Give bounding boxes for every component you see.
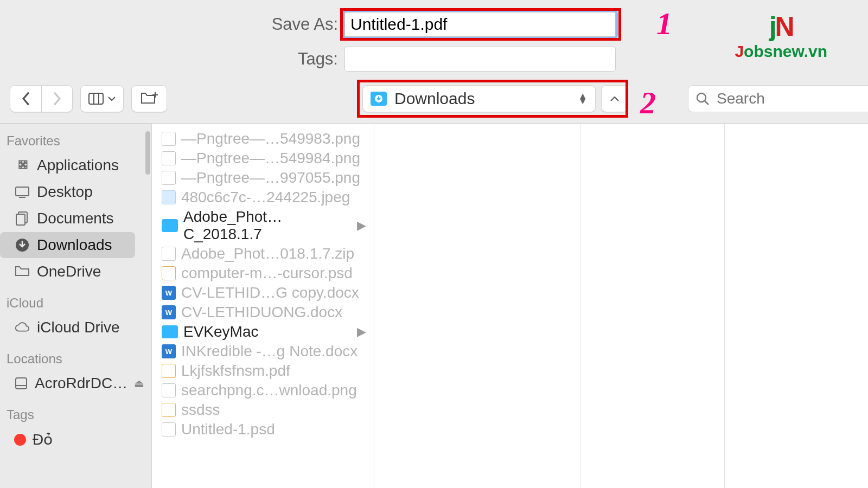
file-row[interactable]: —Pngtree—…997055.png (152, 168, 374, 188)
folder-icon (162, 219, 178, 232)
generic-icon (162, 422, 176, 436)
sidebar-section-favorites: Favorites (0, 130, 151, 152)
file-column-empty-1 (374, 124, 580, 488)
file-name: —Pngtree—…549984.png (181, 150, 360, 167)
svg-rect-8 (16, 187, 29, 196)
pdf-icon (162, 403, 176, 417)
sidebar-tag-item[interactable]: Đỏ (0, 426, 135, 453)
file-row[interactable]: Adobe_Phot…C_2018.1.7▶ (152, 207, 374, 244)
location-dropdown[interactable]: Downloads ▲▼ (362, 85, 596, 112)
img-icon (162, 171, 176, 185)
chevron-right-icon: ▶ (357, 219, 366, 233)
file-row[interactable]: WINKredible -…g Note.docx (152, 342, 374, 361)
new-folder-icon (141, 92, 158, 105)
jpeg-icon (162, 190, 176, 204)
cloud-icon (14, 322, 30, 333)
sidebar-item-cloud[interactable]: iCloud Drive (0, 314, 135, 341)
svg-line-7 (705, 101, 709, 105)
file-name: Untitled-1.psd (181, 421, 275, 438)
search-input[interactable] (688, 85, 868, 112)
file-row[interactable]: searchpng.c…wnload.png (152, 381, 374, 400)
sidebar-item-folder[interactable]: OneDrive (0, 259, 135, 285)
file-row[interactable]: EVKeyMac▶ (152, 322, 374, 342)
sidebar-item-label: Applications (37, 157, 119, 174)
location-label: Downloads (394, 89, 475, 108)
file-column: —Pngtree—…549983.png—Pngtree—…549984.png… (152, 124, 374, 488)
sidebar-item-desktop[interactable]: Desktop (0, 179, 135, 205)
documents-icon (14, 211, 30, 226)
file-row[interactable]: computer-m…-cursor.psd (152, 264, 374, 283)
desktop-icon (14, 186, 30, 198)
tags-label: Tags: (0, 49, 344, 69)
file-row[interactable]: —Pngtree—…549984.png (152, 149, 374, 168)
toolbar: Downloads ▲▼ (0, 81, 868, 124)
search-icon (695, 92, 710, 106)
sidebar-item-applications[interactable]: Applications (0, 152, 135, 178)
sidebar-item-downloads[interactable]: Downloads (0, 232, 135, 258)
sidebar-item-label: Documents (37, 210, 114, 227)
sidebar-item-disk[interactable]: AcroRdrDC…⏏ (0, 370, 135, 396)
collapse-button[interactable] (601, 85, 628, 112)
file-row[interactable]: 480c6c7c-…244225.jpeg (152, 188, 374, 207)
main: Favorites ApplicationsDesktopDocumentsDo… (0, 124, 868, 488)
psd-icon (162, 266, 176, 280)
docx-icon: W (162, 286, 176, 300)
img-icon (162, 132, 176, 146)
sidebar-item-label: Downloads (37, 236, 112, 254)
chevron-down-icon (108, 96, 116, 101)
file-name: Lkjfskfsfnsm.pdf (181, 362, 290, 380)
svg-rect-13 (16, 378, 27, 389)
eject-icon[interactable]: ⏏ (134, 377, 149, 390)
file-name: computer-m…-cursor.psd (181, 265, 353, 282)
file-name: searchpng.c…wnload.png (181, 382, 357, 399)
sidebar-section-tags: Tags (0, 404, 151, 426)
file-name: 480c6c7c-…244225.jpeg (181, 189, 350, 206)
disk-icon (14, 376, 28, 390)
save-header: Save As: Tags: (0, 0, 868, 81)
downloads-icon (14, 237, 30, 253)
svg-rect-11 (16, 214, 25, 225)
sidebar-section-locations: Locations (0, 348, 151, 370)
updown-icon: ▲▼ (578, 94, 588, 104)
sidebar-item-label: AcroRdrDC… (35, 375, 127, 392)
file-name: Adobe_Phot…018.1.7.zip (181, 245, 354, 262)
file-name: EVKeyMac (183, 323, 259, 341)
file-name: ssdss (181, 401, 220, 419)
folder-icon (162, 325, 178, 338)
img-icon (162, 383, 176, 397)
nav-forward-button[interactable] (41, 85, 73, 112)
applications-icon (14, 158, 30, 173)
file-row[interactable]: —Pngtree—…549983.png (152, 129, 374, 149)
file-column-rest (580, 124, 868, 488)
chevron-left-icon (21, 92, 31, 106)
tags-input[interactable] (344, 47, 616, 72)
svg-rect-0 (89, 93, 103, 104)
downloads-folder-icon (371, 92, 387, 106)
nav-back-button[interactable] (10, 85, 41, 112)
scrollbar[interactable] (145, 131, 150, 175)
file-row[interactable]: Untitled-1.psd (152, 420, 374, 439)
sidebar-section-icloud: iCloud (0, 292, 151, 314)
sidebar-item-label: iCloud Drive (37, 319, 120, 336)
file-row[interactable]: WCV-LETHID…G copy.docx (152, 283, 374, 303)
file-name: CV-LETHIDUONG.docx (181, 304, 342, 321)
new-folder-button[interactable] (131, 85, 167, 112)
file-name: INKredible -…g Note.docx (181, 343, 358, 360)
file-row[interactable]: WCV-LETHIDUONG.docx (152, 303, 374, 322)
docx-icon: W (162, 344, 176, 358)
folder-icon (14, 266, 30, 278)
tag-dot-icon (14, 434, 26, 446)
sidebar-item-documents[interactable]: Documents (0, 206, 135, 232)
file-name: CV-LETHID…G copy.docx (181, 284, 359, 301)
chevron-right-icon: ▶ (357, 325, 366, 339)
file-row[interactable]: ssdss (152, 400, 374, 420)
file-row[interactable]: Adobe_Phot…018.1.7.zip (152, 244, 374, 264)
file-row[interactable]: Lkjfskfsfnsm.pdf (152, 361, 374, 381)
save-as-input[interactable] (344, 12, 616, 37)
file-name: Adobe_Phot…C_2018.1.7 (183, 208, 352, 243)
zip-icon (162, 247, 176, 261)
sidebar-item-label: OneDrive (37, 263, 101, 280)
pdf-icon (162, 364, 176, 378)
view-mode-button[interactable] (80, 85, 124, 112)
columns-icon (88, 93, 104, 105)
